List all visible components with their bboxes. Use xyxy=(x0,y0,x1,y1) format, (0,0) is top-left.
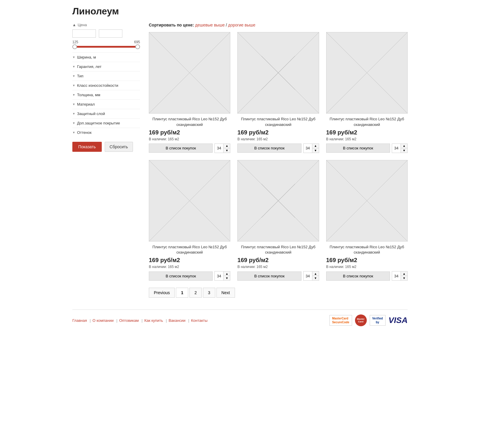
price-slider-thumb-left[interactable] xyxy=(72,44,77,49)
qty-up-button[interactable]: ▲ xyxy=(401,144,407,148)
qty-down-button[interactable]: ▼ xyxy=(224,148,230,153)
qty-up-button[interactable]: ▲ xyxy=(312,144,319,148)
sort-cheap-link[interactable]: дешевые выше xyxy=(195,23,225,27)
mastercard-securecode-badge: MasterCardSecureCode xyxy=(329,315,352,326)
product-name: Плинтус пластиковый Rico Leo №152 Дуб ск… xyxy=(149,116,230,127)
add-to-list-button[interactable]: В список покупок xyxy=(149,144,213,153)
product-card: Плинтус пластиковый Rico Leo №152 Дуб ск… xyxy=(326,32,408,153)
chevron-down-icon: ▼ xyxy=(72,131,75,134)
price-slider-fill xyxy=(72,46,140,48)
pagination-previous[interactable]: Previous xyxy=(149,288,175,298)
filter-row[interactable]: ▼Тип xyxy=(72,71,140,81)
product-stock: В наличии: 165 м2 xyxy=(237,265,319,269)
qty-up-button[interactable]: ▲ xyxy=(401,272,407,276)
filter-row[interactable]: ▼Доп.защитное покрытие xyxy=(72,118,140,128)
product-name: Плинтус пластиковый Rico Leo №152 Дуб ск… xyxy=(237,116,319,127)
products-grid: Плинтус пластиковый Rico Leo №152 Дуб ск… xyxy=(149,32,408,281)
product-card: Плинтус пластиковый Rico Leo №152 Дуб ск… xyxy=(149,160,230,281)
product-image xyxy=(149,160,230,242)
qty-down-button[interactable]: ▼ xyxy=(312,148,319,153)
filter-row[interactable]: ▼Материал xyxy=(72,99,140,109)
product-card: Плинтус пластиковый Rico Leo №152 Дуб ск… xyxy=(237,32,319,153)
footer-link-о-компании[interactable]: О компании xyxy=(92,318,119,323)
price-filter-section: ▲ Цена 125 695 xyxy=(72,23,140,48)
chevron-down-icon: ▼ xyxy=(72,65,75,68)
show-button[interactable]: Показать xyxy=(72,142,102,152)
chevron-down-icon: ▼ xyxy=(72,121,75,125)
price-min-label: 125 xyxy=(72,40,78,44)
filter-row[interactable]: ▼Класс износостойкости xyxy=(72,81,140,90)
price-max-label: 695 xyxy=(134,40,140,44)
footer-link-оптовикам[interactable]: Оптовикам xyxy=(119,318,144,323)
price-filter-label: Цена xyxy=(78,23,87,27)
product-image xyxy=(149,32,230,114)
main-content: Сортировать по цене: дешевые выше / доро… xyxy=(149,23,408,298)
pagination-page-2[interactable]: 2 xyxy=(189,288,202,298)
product-name: Плинтус пластиковый Rico Leo №152 Дуб ск… xyxy=(237,244,319,255)
product-price: 169 руб/м2 xyxy=(149,129,230,136)
footer-link-контакты[interactable]: Контакты xyxy=(191,318,207,323)
product-price: 169 руб/м2 xyxy=(237,129,319,136)
qty-box: 34 ▲ ▼ xyxy=(214,144,230,153)
product-name: Плинтус пластиковый Rico Leo №152 Дуб ск… xyxy=(326,244,408,255)
qty-up-button[interactable]: ▲ xyxy=(224,144,230,148)
chevron-down-icon: ▼ xyxy=(72,112,75,115)
qty-controls: ▲ ▼ xyxy=(401,144,407,153)
price-slider-track[interactable] xyxy=(72,46,140,48)
qty-down-button[interactable]: ▼ xyxy=(224,276,230,280)
sort-expensive-link[interactable]: дорогие выше xyxy=(228,23,256,27)
product-image xyxy=(237,160,319,242)
add-to-list-button[interactable]: В список покупок xyxy=(149,272,213,281)
footer-link-вакансии[interactable]: Вакансии xyxy=(169,318,191,323)
footer-link-главная[interactable]: Главная xyxy=(72,318,92,323)
filter-row[interactable]: ▼Гарантия, лет xyxy=(72,62,140,71)
product-image xyxy=(237,32,319,114)
qty-value: 34 xyxy=(215,144,224,153)
qty-down-button[interactable]: ▼ xyxy=(401,276,407,280)
qty-up-button[interactable]: ▲ xyxy=(312,272,319,276)
pagination-next[interactable]: Next xyxy=(216,288,235,298)
qty-controls: ▲ ▼ xyxy=(401,272,407,280)
product-name: Плинтус пластиковый Rico Leo №152 Дуб ск… xyxy=(326,116,408,127)
pagination-page-3[interactable]: 3 xyxy=(203,288,215,298)
product-actions: В список покупок 34 ▲ ▼ xyxy=(149,144,230,153)
page-title: Линолеум xyxy=(72,6,408,17)
filter-row[interactable]: ▼Оттенок xyxy=(72,128,140,137)
add-to-list-button[interactable]: В список покупок xyxy=(237,144,301,153)
add-to-list-button[interactable]: В список покупок xyxy=(326,272,390,281)
qty-up-button[interactable]: ▲ xyxy=(224,272,230,276)
product-card: Плинтус пластиковый Rico Leo №152 Дуб ск… xyxy=(237,160,319,281)
product-actions: В список покупок 34 ▲ ▼ xyxy=(326,144,408,153)
filter-row[interactable]: ▼Защитный слой xyxy=(72,109,140,118)
layout: ▲ Цена 125 695 ▼Ширина, м▼Гаран xyxy=(72,23,408,298)
price-slider-thumb-right[interactable] xyxy=(135,44,140,49)
product-image xyxy=(326,160,408,242)
product-price: 169 руб/м2 xyxy=(326,257,408,264)
price-max-input[interactable] xyxy=(99,29,122,38)
reset-button[interactable]: Сбросить xyxy=(105,142,133,152)
qty-down-button[interactable]: ▼ xyxy=(401,148,407,153)
add-to-list-button[interactable]: В список покупок xyxy=(326,144,390,153)
mastercard-badge: MasterCard xyxy=(355,314,367,326)
add-to-list-button[interactable]: В список покупок xyxy=(237,272,301,281)
qty-down-button[interactable]: ▼ xyxy=(312,276,319,280)
product-stock: В наличии: 165 м2 xyxy=(326,265,408,269)
footer-links: ГлавнаяО компанииОптовикамКак купитьВака… xyxy=(72,318,208,323)
product-name: Плинтус пластиковый Rico Leo №152 Дуб ск… xyxy=(149,244,230,255)
footer-payments: MasterCardSecureCode MasterCard Verified… xyxy=(329,314,408,326)
sort-label: Сортировать по цене: xyxy=(149,23,194,27)
footer-link-как-купить[interactable]: Как купить xyxy=(144,318,169,323)
qty-value: 34 xyxy=(392,144,401,153)
price-min-input[interactable] xyxy=(72,29,96,38)
pagination-page-1[interactable]: 1 xyxy=(176,288,188,298)
filter-row[interactable]: ▼Ширина, м xyxy=(72,52,140,62)
product-price: 169 руб/м2 xyxy=(326,129,408,136)
qty-value: 34 xyxy=(304,144,312,153)
product-actions: В список покупок 34 ▲ ▼ xyxy=(237,144,319,153)
filter-row[interactable]: ▼Толщина, мм xyxy=(72,90,140,99)
qty-box: 34 ▲ ▼ xyxy=(303,271,319,281)
qty-controls: ▲ ▼ xyxy=(312,272,319,280)
product-stock: В наличии: 165 м2 xyxy=(326,137,408,141)
chevron-down-icon: ▼ xyxy=(72,56,75,59)
qty-controls: ▲ ▼ xyxy=(224,272,230,280)
